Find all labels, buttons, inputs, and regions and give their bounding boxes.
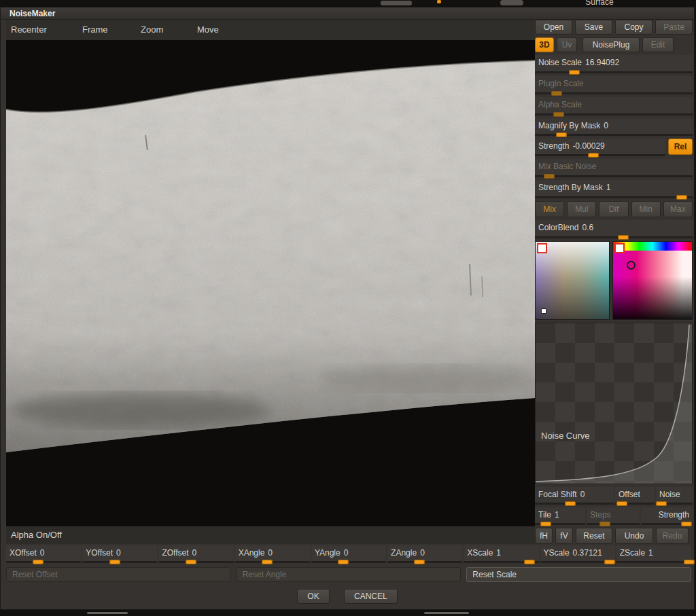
- slider-value: 0.37121: [573, 548, 602, 558]
- ok-button[interactable]: OK: [297, 589, 329, 604]
- yscale-slider[interactable]: YScale0.37121: [540, 545, 615, 563]
- slider-label: YAngle: [315, 548, 341, 558]
- slider-label: YScale: [544, 548, 570, 558]
- slider-handle[interactable]: [684, 560, 695, 564]
- edit-button: Edit: [642, 37, 674, 52]
- xoffset-slider[interactable]: XOffset0: [6, 545, 81, 563]
- recenter-button[interactable]: Recenter: [11, 20, 47, 40]
- zscale-slider[interactable]: ZScale1: [616, 545, 691, 563]
- slider-value: 1: [496, 548, 501, 558]
- yangle-slider[interactable]: YAngle0: [311, 545, 386, 563]
- noise-preview-viewport[interactable]: Recenter Frame Zoom Move: [6, 20, 535, 544]
- strength-slider[interactable]: Strength-0.00029: [535, 139, 665, 156]
- cancel-button[interactable]: CANCEL: [344, 589, 398, 604]
- slider-handle[interactable]: [588, 153, 599, 158]
- copy-button[interactable]: Copy: [615, 20, 652, 35]
- blend-mix-button[interactable]: Mix: [535, 201, 564, 217]
- slider-handle[interactable]: [565, 501, 576, 506]
- current-color-swatch[interactable]: [537, 243, 547, 253]
- zangle-slider[interactable]: ZAngle0: [387, 545, 462, 563]
- color-selector-handle[interactable]: [541, 308, 546, 314]
- blend-mul-button: Mul: [567, 201, 596, 217]
- noisemaker-dialog: NoiseMaker Recenter Frame Zoom Move: [0, 7, 695, 610]
- slider-label: Tile: [538, 510, 551, 520]
- slider-handle[interactable]: [186, 560, 196, 564]
- dialog-title: NoiseMaker: [10, 9, 55, 18]
- magnify-by-mask-slider[interactable]: Magnify By Mask0: [535, 118, 693, 137]
- slider-handle[interactable]: [262, 560, 273, 564]
- hue-bar[interactable]: [613, 242, 692, 251]
- undo-button[interactable]: Undo: [615, 528, 653, 544]
- xangle-slider[interactable]: XAngle0: [235, 545, 310, 563]
- noiseplug-button[interactable]: NoisePlug: [582, 37, 640, 52]
- alpha-scale-slider: Alpha Scale: [535, 97, 693, 115]
- slider-handle[interactable]: [524, 560, 535, 564]
- dialog-titlebar[interactable]: NoiseMaker: [1, 7, 694, 20]
- flip-horizontal-button[interactable]: fH: [535, 528, 553, 544]
- noise-slider[interactable]: Noise: [656, 487, 693, 505]
- curve-strength-slider[interactable]: Strength: [641, 507, 693, 525]
- noise-curve-editor[interactable]: Noise Curve: [535, 323, 693, 484]
- mode-3d-button[interactable]: 3D: [535, 37, 554, 52]
- mode-button-row: 3D Uv NoisePlug Edit: [535, 37, 693, 52]
- save-button[interactable]: Save: [575, 20, 612, 35]
- slider-handle[interactable]: [618, 235, 629, 240]
- background-accent-dot: [437, 0, 441, 3]
- reset-angle-button: Reset Angle: [237, 567, 462, 582]
- background-artifact: [424, 612, 469, 614]
- zoom-button[interactable]: Zoom: [141, 20, 163, 40]
- xscale-slider[interactable]: XScale1: [464, 545, 538, 563]
- zoffset-slider[interactable]: ZOffset0: [158, 545, 233, 563]
- slider-label: Strength By Mask: [538, 183, 603, 192]
- slider-label: ColorBlend: [538, 223, 578, 232]
- slider-handle[interactable]: [338, 560, 349, 564]
- noise-scale-slider[interactable]: Noise Scale16.94092: [535, 55, 693, 73]
- slider-handle[interactable]: [569, 70, 580, 75]
- slider-label: Strength: [538, 141, 569, 151]
- background-artifact: [381, 1, 412, 5]
- slider-handle[interactable]: [656, 501, 667, 506]
- slider-label: Steps: [590, 510, 611, 520]
- focal-shift-slider[interactable]: Focal Shift0: [535, 487, 614, 505]
- mix-basic-noise-slider: Mix Basic Noise: [535, 159, 693, 177]
- slider-label: Plugin Scale: [538, 79, 584, 88]
- open-button[interactable]: Open: [535, 20, 572, 35]
- curve-reset-button[interactable]: Reset: [576, 528, 612, 544]
- plugin-scale-slider: Plugin Scale: [535, 76, 693, 94]
- noise-curve-label: Noise Curve: [541, 431, 590, 441]
- slider-handle[interactable]: [616, 501, 627, 506]
- focal-shift-row: Focal Shift0 Offset Noise: [535, 487, 693, 505]
- noise-preview-canvas[interactable]: [6, 40, 535, 526]
- slider-handle[interactable]: [109, 560, 120, 564]
- color-gradient-field[interactable]: [536, 242, 609, 319]
- slider-handle[interactable]: [556, 132, 567, 137]
- slider-handle[interactable]: [604, 560, 615, 564]
- frame-button[interactable]: Frame: [82, 20, 108, 40]
- color-selector-handle[interactable]: [627, 261, 636, 270]
- colorblend-slider[interactable]: ColorBlend0.6: [535, 220, 693, 238]
- hue-color-picker[interactable]: [612, 241, 693, 320]
- saturation-value-field[interactable]: [613, 251, 692, 319]
- current-color-swatch[interactable]: [614, 243, 625, 253]
- main-color-picker[interactable]: [535, 241, 610, 320]
- slider-handle[interactable]: [676, 195, 687, 200]
- slider-handle[interactable]: [33, 560, 44, 564]
- yoffset-slider[interactable]: YOffset0: [82, 545, 157, 563]
- viewport-toolbar: Recenter Frame Zoom Move: [6, 20, 535, 40]
- strength-by-mask-slider[interactable]: Strength By Mask1: [535, 180, 693, 198]
- slider-value: 16.94092: [585, 58, 619, 67]
- slider-handle[interactable]: [681, 522, 692, 526]
- transform-slider-strip: XOffset0 YOffset0 ZOffset0 XAngle0 YAngl…: [6, 545, 691, 563]
- background-bottom-strip: [0, 610, 696, 616]
- slider-handle: [599, 522, 610, 526]
- slider-handle[interactable]: [540, 522, 551, 526]
- reset-scale-button[interactable]: Reset Scale: [466, 567, 691, 582]
- flip-vertical-button[interactable]: fV: [555, 528, 573, 544]
- alpha-on-off-button[interactable]: Alpha On/Off: [11, 526, 62, 544]
- tile-slider[interactable]: Tile1: [535, 507, 585, 525]
- offset-slider[interactable]: Offset: [615, 487, 655, 505]
- slider-value: -0.00029: [572, 141, 604, 151]
- slider-handle[interactable]: [414, 560, 425, 564]
- rel-button[interactable]: Rel: [668, 139, 693, 155]
- move-button[interactable]: Move: [197, 20, 219, 40]
